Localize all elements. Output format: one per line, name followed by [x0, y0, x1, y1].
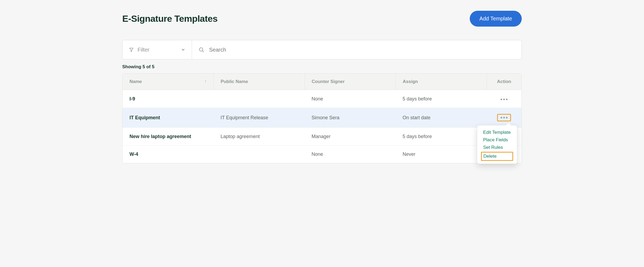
column-header-name-label: Name — [129, 79, 142, 84]
row-action-menu-button[interactable] — [497, 114, 511, 121]
filter-icon — [129, 47, 134, 52]
chevron-down-icon — [181, 48, 185, 52]
cell-counter-signer: Simone Sera — [305, 108, 396, 128]
cell-counter-signer: None — [305, 146, 396, 163]
column-header-assign[interactable]: Assign — [396, 74, 487, 90]
table-row[interactable]: I-9 None 5 days before — [123, 90, 521, 108]
search-box[interactable] — [192, 40, 522, 59]
cell-public-name: IT Equipment Release — [214, 108, 305, 128]
page-title: E-Signature Templates — [122, 13, 217, 24]
table-row[interactable]: IT Equipment IT Equipment Release Simone… — [123, 108, 521, 128]
cell-counter-signer: Manager — [305, 128, 396, 146]
templates-table: Name ↑ Public Name Counter Signer Assign… — [122, 73, 522, 163]
dots-icon — [501, 99, 502, 100]
action-dropdown-menu: Edit Template Place Fields Set Rules Del… — [477, 125, 517, 164]
cell-public-name: Laptop agreement — [214, 128, 305, 146]
cell-name: W-4 — [123, 146, 214, 163]
search-icon — [198, 47, 204, 53]
add-template-button[interactable]: Add Template — [470, 11, 522, 27]
sort-asc-icon: ↑ — [205, 79, 206, 83]
column-header-counter-signer[interactable]: Counter Signer — [305, 74, 396, 90]
column-header-name[interactable]: Name ↑ — [123, 74, 214, 90]
search-input[interactable] — [209, 47, 515, 53]
cell-public-name — [214, 90, 305, 108]
cell-assign: On start date — [396, 108, 487, 128]
menu-delete[interactable]: Delete — [481, 152, 513, 161]
menu-edit-template[interactable]: Edit Template — [482, 129, 513, 136]
cell-public-name — [214, 146, 305, 163]
filter-label: Filter — [138, 47, 149, 53]
cell-name: IT Equipment — [123, 108, 214, 128]
svg-line-2 — [202, 51, 204, 52]
cell-name: New hire laptop agreement — [123, 128, 214, 146]
column-header-public-name[interactable]: Public Name — [214, 74, 305, 90]
svg-marker-0 — [129, 48, 133, 52]
cell-assign: 5 days before — [396, 128, 487, 146]
menu-set-rules[interactable]: Set Rules — [482, 144, 513, 151]
table-row[interactable]: New hire laptop agreement Laptop agreeme… — [123, 128, 521, 146]
cell-counter-signer: None — [305, 90, 396, 108]
cell-name: I-9 — [123, 90, 214, 108]
filter-dropdown[interactable]: Filter — [122, 40, 192, 59]
menu-place-fields[interactable]: Place Fields — [482, 136, 513, 144]
column-header-action: Action — [487, 74, 521, 90]
cell-assign: Never — [396, 146, 487, 163]
row-action-menu-button[interactable] — [498, 97, 510, 102]
cell-assign: 5 days before — [396, 90, 487, 108]
table-row[interactable]: W-4 None Never — [123, 146, 521, 163]
dots-icon — [501, 117, 502, 118]
showing-count: Showing 5 of 5 — [122, 64, 522, 70]
